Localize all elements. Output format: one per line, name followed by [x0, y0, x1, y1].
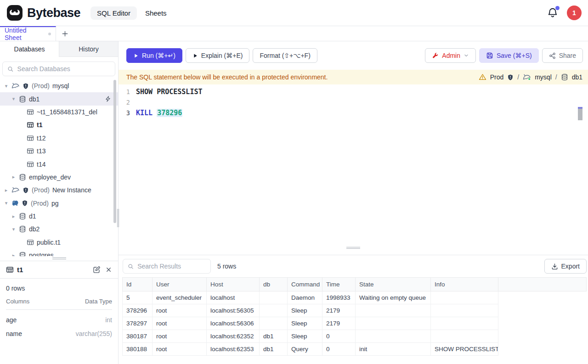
- sidebar-horizontal-splitter[interactable]: [0, 256, 118, 261]
- tree-item-t1[interactable]: t1: [0, 118, 118, 131]
- chevron-down-icon[interactable]: ▾: [11, 96, 16, 102]
- content: Databases History ▾ (Prod) mysql: [0, 41, 588, 364]
- tree-item-label: employee_dev: [29, 174, 71, 181]
- search-icon: [7, 66, 14, 73]
- tree-item-t13[interactable]: t13: [0, 145, 118, 157]
- tree-item-label: t1: [37, 121, 42, 129]
- breadcrumb-instance[interactable]: mysql: [535, 73, 552, 81]
- breadcrumb-separator: /: [517, 73, 519, 81]
- search-results-input[interactable]: [137, 263, 206, 270]
- close-icon[interactable]: [105, 266, 112, 273]
- search-icon: [128, 263, 134, 270]
- tab-databases[interactable]: Databases: [0, 41, 59, 57]
- chevron-right-icon[interactable]: ▸: [11, 252, 16, 256]
- grid-cell: [356, 304, 431, 317]
- explain-button[interactable]: Explain (⌘+E): [186, 48, 250, 63]
- grid-header[interactable]: User: [153, 278, 207, 291]
- search-databases-input[interactable]: [17, 65, 110, 73]
- breadcrumb-database[interactable]: db1: [572, 73, 582, 81]
- chevron-down-icon[interactable]: ▾: [4, 83, 9, 89]
- chevron-right-icon[interactable]: ▸: [4, 187, 9, 193]
- grid-cell: Waiting on empty queue: [356, 291, 431, 304]
- tree-item-d1[interactable]: ▸ d1: [0, 210, 118, 223]
- unsaved-dot-icon: [48, 33, 51, 35]
- share-button[interactable]: Share: [542, 48, 583, 63]
- chevron-down-icon[interactable]: ▾: [4, 200, 9, 206]
- tree-scrollbar[interactable]: [113, 80, 116, 223]
- grid-cell-filler: [498, 317, 587, 330]
- avatar[interactable]: 1: [567, 6, 582, 20]
- database-icon: [19, 213, 26, 220]
- env-prefix: (Prod): [32, 186, 50, 194]
- banner-message: The SQL statement below will be executed…: [126, 73, 328, 81]
- tree-item-t1-del[interactable]: ~t1_1658481371_del: [0, 106, 118, 118]
- sql-editor-area[interactable]: 1 SHOW PROCESSLIST 2 3 KILL 378296: [119, 84, 588, 246]
- grid-header[interactable]: State: [356, 278, 431, 291]
- tree-item-db1[interactable]: ▾ db1: [0, 92, 118, 105]
- tree-item-db2[interactable]: ▾ db2: [0, 223, 118, 235]
- drag-handle-icon: [52, 258, 66, 260]
- tree-item-public-t1[interactable]: public.t1: [0, 236, 118, 249]
- admin-mode-button[interactable]: Admin: [425, 48, 476, 63]
- brand[interactable]: Bytebase: [6, 5, 80, 21]
- grid-cell: localhost:56306: [207, 317, 260, 330]
- database-icon: [19, 174, 26, 181]
- database-icon: [19, 225, 26, 233]
- run-button[interactable]: Run (⌘+↵): [126, 48, 182, 63]
- table-detail-panel: t1 0 rows Columns Data Type age int: [0, 261, 118, 364]
- shield-icon: [23, 83, 29, 90]
- download-icon: [551, 263, 558, 270]
- chevron-right-icon[interactable]: ▸: [11, 174, 16, 180]
- tab-untitled-sheet[interactable]: Untitled Sheet: [0, 26, 56, 41]
- table-icon: [27, 239, 34, 246]
- tree-item-instance-new[interactable]: ▸ (Prod) New Instance: [0, 184, 118, 196]
- grid-header[interactable]: Id: [123, 278, 153, 291]
- grid-cell: 2179: [322, 317, 356, 330]
- editor-line: 2: [119, 97, 588, 108]
- grid-header[interactable]: Info: [431, 278, 498, 291]
- grid-cell-filler: [498, 330, 587, 343]
- editor-overview-ruler[interactable]: [578, 107, 582, 120]
- save-button[interactable]: Save (⌘+S): [479, 48, 539, 63]
- table-row-count: 0 rows: [6, 285, 112, 292]
- grid-header[interactable]: db: [260, 278, 288, 291]
- grid-cell: 5: [123, 291, 153, 304]
- tab-history[interactable]: History: [59, 41, 118, 57]
- chevron-right-icon[interactable]: ▸: [11, 213, 16, 219]
- grid-cell: [356, 330, 431, 343]
- sheet-tab-bar: Untitled Sheet: [0, 26, 588, 41]
- breadcrumb-environment[interactable]: Prod: [490, 73, 504, 81]
- grid-cell: localhost: [207, 291, 260, 304]
- nav-sheets[interactable]: Sheets: [143, 6, 169, 20]
- tree-item-label: t12: [37, 134, 45, 142]
- database-search: [0, 57, 118, 78]
- table-panel-body: 0 rows Columns Data Type age int name va…: [0, 279, 118, 342]
- drag-handle-icon: [346, 247, 360, 250]
- new-sheet-button[interactable]: [56, 26, 74, 41]
- format-button[interactable]: Format (⇧+⌥+F): [253, 48, 317, 63]
- tree-item-label: New Instance: [52, 186, 91, 194]
- nav-sql-editor[interactable]: SQL Editor: [90, 6, 137, 20]
- results-splitter[interactable]: [119, 246, 588, 255]
- sidebar-vertical-splitter[interactable]: [117, 209, 119, 227]
- grid-header[interactable]: Host: [207, 278, 260, 291]
- grid-cell: [431, 317, 498, 330]
- postgresql-icon: [11, 200, 19, 207]
- notification-bell-icon[interactable]: [547, 7, 559, 19]
- share-icon: [549, 52, 556, 59]
- tree-item-instance-pg[interactable]: ▾ (Prod) pg: [0, 197, 118, 210]
- connect-bolt-icon[interactable]: [105, 95, 111, 102]
- tree-item-t12[interactable]: t12: [0, 132, 118, 145]
- chevron-down-icon[interactable]: ▾: [11, 226, 16, 232]
- grid-header[interactable]: Time: [322, 278, 356, 291]
- grid-cell: 380188: [123, 343, 153, 356]
- tree-item-t14[interactable]: t14: [0, 157, 118, 170]
- tree-item-employee-dev[interactable]: ▸ employee_dev: [0, 171, 118, 184]
- tree-item-instance-mysql[interactable]: ▾ (Prod) mysql: [0, 79, 118, 92]
- tree-item-label: mysql: [52, 82, 69, 90]
- export-button[interactable]: Export: [544, 259, 587, 274]
- tree-item-postgres[interactable]: ▸ postgres: [0, 249, 118, 256]
- column-type: varchar(255): [76, 330, 112, 337]
- grid-header[interactable]: Command: [288, 278, 322, 291]
- edit-icon[interactable]: [93, 266, 101, 274]
